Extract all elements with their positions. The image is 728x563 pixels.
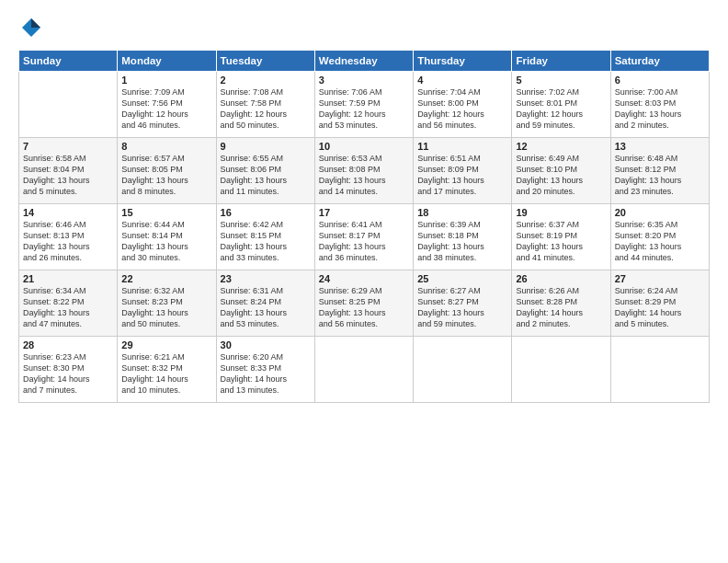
calendar-cell: 20Sunrise: 6:35 AM Sunset: 8:20 PM Dayli… bbox=[610, 204, 709, 270]
day-number: 30 bbox=[221, 339, 311, 350]
calendar-week-row: 28Sunrise: 6:23 AM Sunset: 8:30 PM Dayli… bbox=[19, 337, 710, 403]
day-info: Sunrise: 6:48 AM Sunset: 8:12 PM Dayligh… bbox=[615, 153, 705, 198]
calendar-cell: 2Sunrise: 7:08 AM Sunset: 7:58 PM Daylig… bbox=[216, 72, 314, 138]
calendar-cell bbox=[414, 337, 512, 403]
day-number: 15 bbox=[121, 207, 211, 218]
weekday-header-tuesday: Tuesday bbox=[216, 51, 314, 72]
day-info: Sunrise: 6:35 AM Sunset: 8:20 PM Dayligh… bbox=[615, 219, 705, 264]
day-info: Sunrise: 6:39 AM Sunset: 8:18 PM Dayligh… bbox=[417, 219, 507, 264]
page: SundayMondayTuesdayWednesdayThursdayFrid… bbox=[0, 0, 728, 563]
calendar-cell: 11Sunrise: 6:51 AM Sunset: 8:09 PM Dayli… bbox=[414, 138, 512, 204]
day-number: 29 bbox=[121, 339, 211, 350]
day-number: 20 bbox=[615, 207, 705, 218]
day-number: 27 bbox=[615, 273, 705, 284]
day-info: Sunrise: 6:24 AM Sunset: 8:29 PM Dayligh… bbox=[615, 285, 705, 330]
day-number: 9 bbox=[221, 141, 311, 152]
day-info: Sunrise: 6:34 AM Sunset: 8:22 PM Dayligh… bbox=[23, 285, 113, 330]
calendar-cell: 25Sunrise: 6:27 AM Sunset: 8:27 PM Dayli… bbox=[414, 270, 512, 337]
calendar-cell bbox=[19, 72, 118, 138]
calendar-cell: 12Sunrise: 6:49 AM Sunset: 8:10 PM Dayli… bbox=[512, 138, 610, 204]
calendar-cell: 16Sunrise: 6:42 AM Sunset: 8:15 PM Dayli… bbox=[216, 204, 314, 270]
calendar-week-row: 14Sunrise: 6:46 AM Sunset: 8:13 PM Dayli… bbox=[19, 204, 710, 270]
day-info: Sunrise: 6:23 AM Sunset: 8:30 PM Dayligh… bbox=[23, 351, 113, 396]
day-number: 4 bbox=[417, 75, 507, 86]
calendar-cell: 15Sunrise: 6:44 AM Sunset: 8:14 PM Dayli… bbox=[118, 204, 216, 270]
calendar-week-row: 7Sunrise: 6:58 AM Sunset: 8:04 PM Daylig… bbox=[19, 138, 710, 204]
day-info: Sunrise: 7:04 AM Sunset: 8:00 PM Dayligh… bbox=[417, 86, 507, 132]
calendar-cell: 30Sunrise: 6:20 AM Sunset: 8:33 PM Dayli… bbox=[216, 337, 314, 403]
day-number: 6 bbox=[615, 75, 705, 86]
weekday-header-row: SundayMondayTuesdayWednesdayThursdayFrid… bbox=[19, 51, 710, 72]
day-number: 21 bbox=[23, 273, 113, 284]
calendar-cell: 17Sunrise: 6:41 AM Sunset: 8:17 PM Dayli… bbox=[314, 204, 413, 270]
calendar-cell: 8Sunrise: 6:57 AM Sunset: 8:05 PM Daylig… bbox=[118, 138, 216, 204]
day-info: Sunrise: 7:09 AM Sunset: 7:56 PM Dayligh… bbox=[121, 86, 211, 132]
day-info: Sunrise: 6:42 AM Sunset: 8:15 PM Dayligh… bbox=[221, 219, 311, 264]
weekday-header-wednesday: Wednesday bbox=[314, 51, 413, 72]
day-number: 18 bbox=[417, 207, 507, 218]
day-info: Sunrise: 6:46 AM Sunset: 8:13 PM Dayligh… bbox=[23, 219, 113, 264]
calendar-table: SundayMondayTuesdayWednesdayThursdayFrid… bbox=[18, 50, 710, 403]
calendar-cell: 10Sunrise: 6:53 AM Sunset: 8:08 PM Dayli… bbox=[314, 138, 413, 204]
day-info: Sunrise: 7:06 AM Sunset: 7:59 PM Dayligh… bbox=[319, 86, 409, 132]
calendar-cell: 13Sunrise: 6:48 AM Sunset: 8:12 PM Dayli… bbox=[610, 138, 709, 204]
weekday-header-thursday: Thursday bbox=[414, 51, 512, 72]
day-number: 23 bbox=[221, 273, 311, 284]
day-number: 25 bbox=[417, 273, 507, 284]
calendar-week-row: 1Sunrise: 7:09 AM Sunset: 7:56 PM Daylig… bbox=[19, 72, 710, 138]
weekday-header-friday: Friday bbox=[512, 51, 610, 72]
day-number: 17 bbox=[319, 207, 409, 218]
day-info: Sunrise: 6:55 AM Sunset: 8:06 PM Dayligh… bbox=[221, 153, 311, 198]
day-info: Sunrise: 6:32 AM Sunset: 8:23 PM Dayligh… bbox=[121, 285, 211, 330]
calendar-cell: 26Sunrise: 6:26 AM Sunset: 8:28 PM Dayli… bbox=[512, 270, 610, 337]
logo-icon bbox=[18, 15, 44, 40]
calendar-cell: 23Sunrise: 6:31 AM Sunset: 8:24 PM Dayli… bbox=[216, 270, 314, 337]
day-number: 14 bbox=[23, 207, 113, 218]
day-number: 11 bbox=[417, 141, 507, 152]
calendar-cell: 6Sunrise: 7:00 AM Sunset: 8:03 PM Daylig… bbox=[610, 72, 709, 138]
day-number: 5 bbox=[516, 75, 606, 86]
day-number: 19 bbox=[516, 207, 606, 218]
calendar-cell bbox=[610, 337, 709, 403]
day-info: Sunrise: 6:27 AM Sunset: 8:27 PM Dayligh… bbox=[417, 285, 507, 330]
calendar-cell bbox=[512, 337, 610, 403]
header bbox=[18, 15, 710, 40]
day-number: 26 bbox=[516, 273, 606, 284]
day-number: 2 bbox=[221, 75, 311, 86]
day-info: Sunrise: 6:51 AM Sunset: 8:09 PM Dayligh… bbox=[417, 153, 507, 198]
day-number: 12 bbox=[516, 141, 606, 152]
day-number: 28 bbox=[23, 339, 113, 350]
calendar-cell: 7Sunrise: 6:58 AM Sunset: 8:04 PM Daylig… bbox=[19, 138, 118, 204]
calendar-cell bbox=[314, 337, 413, 403]
day-number: 16 bbox=[221, 207, 311, 218]
day-number: 7 bbox=[23, 141, 113, 152]
day-info: Sunrise: 7:00 AM Sunset: 8:03 PM Dayligh… bbox=[615, 86, 705, 132]
calendar-cell: 19Sunrise: 6:37 AM Sunset: 8:19 PM Dayli… bbox=[512, 204, 610, 270]
day-info: Sunrise: 7:02 AM Sunset: 8:01 PM Dayligh… bbox=[516, 86, 606, 132]
weekday-header-saturday: Saturday bbox=[610, 51, 709, 72]
day-number: 8 bbox=[121, 141, 211, 152]
calendar-cell: 18Sunrise: 6:39 AM Sunset: 8:18 PM Dayli… bbox=[414, 204, 512, 270]
calendar-cell: 21Sunrise: 6:34 AM Sunset: 8:22 PM Dayli… bbox=[19, 270, 118, 337]
svg-marker-1 bbox=[31, 18, 40, 28]
day-number: 3 bbox=[319, 75, 409, 86]
calendar-cell: 4Sunrise: 7:04 AM Sunset: 8:00 PM Daylig… bbox=[414, 72, 512, 138]
calendar-cell: 27Sunrise: 6:24 AM Sunset: 8:29 PM Dayli… bbox=[610, 270, 709, 337]
day-info: Sunrise: 6:41 AM Sunset: 8:17 PM Dayligh… bbox=[319, 219, 409, 264]
day-info: Sunrise: 6:20 AM Sunset: 8:33 PM Dayligh… bbox=[221, 351, 311, 396]
day-info: Sunrise: 7:08 AM Sunset: 7:58 PM Dayligh… bbox=[221, 86, 311, 132]
day-number: 1 bbox=[121, 75, 211, 86]
calendar-cell: 24Sunrise: 6:29 AM Sunset: 8:25 PM Dayli… bbox=[314, 270, 413, 337]
day-info: Sunrise: 6:58 AM Sunset: 8:04 PM Dayligh… bbox=[23, 153, 113, 198]
calendar-week-row: 21Sunrise: 6:34 AM Sunset: 8:22 PM Dayli… bbox=[19, 270, 710, 337]
day-number: 22 bbox=[121, 273, 211, 284]
day-info: Sunrise: 6:21 AM Sunset: 8:32 PM Dayligh… bbox=[121, 351, 211, 396]
day-number: 24 bbox=[319, 273, 409, 284]
calendar-cell: 3Sunrise: 7:06 AM Sunset: 7:59 PM Daylig… bbox=[314, 72, 413, 138]
day-info: Sunrise: 6:44 AM Sunset: 8:14 PM Dayligh… bbox=[121, 219, 211, 264]
logo bbox=[18, 15, 48, 40]
day-info: Sunrise: 6:31 AM Sunset: 8:24 PM Dayligh… bbox=[221, 285, 311, 330]
calendar-cell: 28Sunrise: 6:23 AM Sunset: 8:30 PM Dayli… bbox=[19, 337, 118, 403]
day-info: Sunrise: 6:29 AM Sunset: 8:25 PM Dayligh… bbox=[319, 285, 409, 330]
day-info: Sunrise: 6:57 AM Sunset: 8:05 PM Dayligh… bbox=[121, 153, 211, 198]
